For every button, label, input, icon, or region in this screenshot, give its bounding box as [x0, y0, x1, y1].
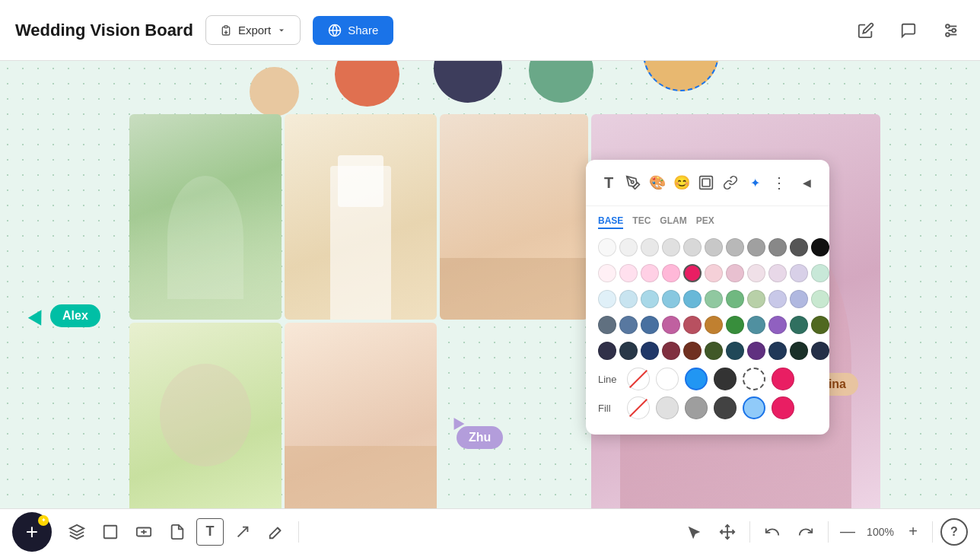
- color-palette-btn[interactable]: 🎨: [647, 169, 668, 196]
- swatch[interactable]: [619, 342, 638, 360]
- swatch[interactable]: [705, 342, 723, 360]
- tab-tec[interactable]: TEC: [632, 215, 651, 229]
- swatch[interactable]: [726, 290, 744, 308]
- arrow-tool-btn[interactable]: [228, 517, 257, 546]
- rectangle-tool-btn[interactable]: [96, 517, 125, 546]
- swatch[interactable]: [662, 342, 680, 360]
- fill-swatch-none[interactable]: [627, 396, 650, 419]
- swatch[interactable]: [619, 238, 638, 256]
- swatch[interactable]: [768, 264, 787, 282]
- more-btn[interactable]: ⋮: [768, 169, 790, 196]
- pen-tool-btn-bottom[interactable]: [262, 517, 291, 546]
- swatch[interactable]: [683, 290, 702, 308]
- help-btn[interactable]: ?: [940, 518, 968, 546]
- swatch[interactable]: [598, 316, 616, 334]
- frame-btn[interactable]: [695, 169, 717, 196]
- swatch[interactable]: [768, 342, 787, 360]
- fill-swatch-pink[interactable]: [772, 396, 794, 419]
- layers-tool-btn[interactable]: [62, 517, 91, 546]
- emoji-btn[interactable]: 😊: [671, 169, 692, 196]
- swatch[interactable]: [662, 264, 680, 282]
- tab-pex[interactable]: PEX: [696, 215, 714, 229]
- collapse-btn[interactable]: ◀: [796, 169, 817, 196]
- swatch[interactable]: [598, 290, 616, 308]
- swatch[interactable]: [683, 342, 702, 360]
- text-box-tool-btn[interactable]: [129, 517, 158, 546]
- swatch[interactable]: [811, 290, 829, 308]
- settings-icon-button[interactable]: [937, 17, 965, 44]
- swatch[interactable]: [747, 290, 765, 308]
- swatch[interactable]: [790, 290, 808, 308]
- tab-glam[interactable]: GLAM: [660, 215, 686, 229]
- move-tool-btn[interactable]: [713, 517, 742, 546]
- swatch[interactable]: [641, 238, 659, 256]
- line-swatch-dashed[interactable]: [743, 368, 765, 390]
- tab-base[interactable]: BASE: [598, 215, 623, 229]
- export-button[interactable]: Export: [205, 15, 301, 45]
- swatch[interactable]: [662, 290, 680, 308]
- canvas-area[interactable]: Alex Zhu ➤ Olina T 🎨 😊: [0, 61, 980, 508]
- share-button[interactable]: Share: [313, 16, 393, 45]
- text-tool-btn[interactable]: T: [598, 169, 619, 196]
- swatch[interactable]: [641, 316, 659, 334]
- comment-icon-button[interactable]: [895, 17, 922, 44]
- fill-swatch-darkgray[interactable]: [714, 396, 737, 419]
- swatch[interactable]: [790, 264, 808, 282]
- swatch[interactable]: [747, 316, 765, 334]
- fill-swatch-gray[interactable]: [685, 396, 708, 419]
- line-swatch-blue[interactable]: [685, 368, 708, 390]
- swatch[interactable]: [619, 316, 638, 334]
- swatch[interactable]: [641, 264, 659, 282]
- swatch[interactable]: [747, 264, 765, 282]
- swatch[interactable]: [598, 264, 616, 282]
- sticky-note-tool-btn[interactable]: [163, 517, 192, 546]
- swatch[interactable]: [790, 342, 808, 360]
- swatch[interactable]: [619, 264, 638, 282]
- swatch[interactable]: [811, 264, 829, 282]
- fill-swatch-blue[interactable]: [743, 396, 765, 419]
- link-btn[interactable]: [720, 169, 741, 196]
- line-swatch-white[interactable]: [656, 368, 679, 390]
- swatch[interactable]: [790, 238, 808, 256]
- line-swatch-dark[interactable]: [714, 368, 737, 390]
- swatch[interactable]: [726, 264, 744, 282]
- swatch[interactable]: [683, 264, 702, 282]
- redo-btn[interactable]: [791, 517, 820, 546]
- text-tool-btn-bottom[interactable]: T: [196, 518, 224, 546]
- zoom-in-btn[interactable]: +: [902, 521, 924, 543]
- swatch[interactable]: [705, 316, 723, 334]
- swatch[interactable]: [641, 290, 659, 308]
- swatch[interactable]: [662, 238, 680, 256]
- swatch[interactable]: [662, 316, 680, 334]
- line-swatch-pink[interactable]: [772, 368, 794, 390]
- swatch[interactable]: [726, 342, 744, 360]
- select-tool-btn[interactable]: [679, 517, 708, 546]
- swatch[interactable]: [683, 316, 702, 334]
- zoom-out-btn[interactable]: —: [836, 521, 859, 543]
- swatch[interactable]: [598, 238, 616, 256]
- fill-swatch-lightgray[interactable]: [656, 396, 679, 419]
- swatch[interactable]: [811, 316, 829, 334]
- swatch[interactable]: [641, 342, 659, 360]
- swatch[interactable]: [768, 238, 787, 256]
- line-swatch-none[interactable]: [627, 368, 650, 390]
- swatch[interactable]: [619, 290, 638, 308]
- swatch[interactable]: [683, 238, 702, 256]
- swatch[interactable]: [811, 238, 829, 256]
- add-button[interactable]: + ✦: [12, 512, 52, 552]
- swatch[interactable]: [598, 342, 616, 360]
- swatch[interactable]: [747, 342, 765, 360]
- swatch[interactable]: [811, 342, 829, 360]
- pen-tool-btn[interactable]: [622, 169, 644, 196]
- swatch[interactable]: [768, 316, 787, 334]
- undo-btn[interactable]: [758, 517, 787, 546]
- sparkle-btn[interactable]: ✦: [744, 169, 765, 196]
- swatch[interactable]: [705, 238, 723, 256]
- swatch[interactable]: [768, 290, 787, 308]
- swatch[interactable]: [790, 316, 808, 334]
- swatch[interactable]: [747, 238, 765, 256]
- swatch[interactable]: [726, 316, 744, 334]
- swatch[interactable]: [726, 238, 744, 256]
- swatch[interactable]: [705, 290, 723, 308]
- swatch[interactable]: [705, 264, 723, 282]
